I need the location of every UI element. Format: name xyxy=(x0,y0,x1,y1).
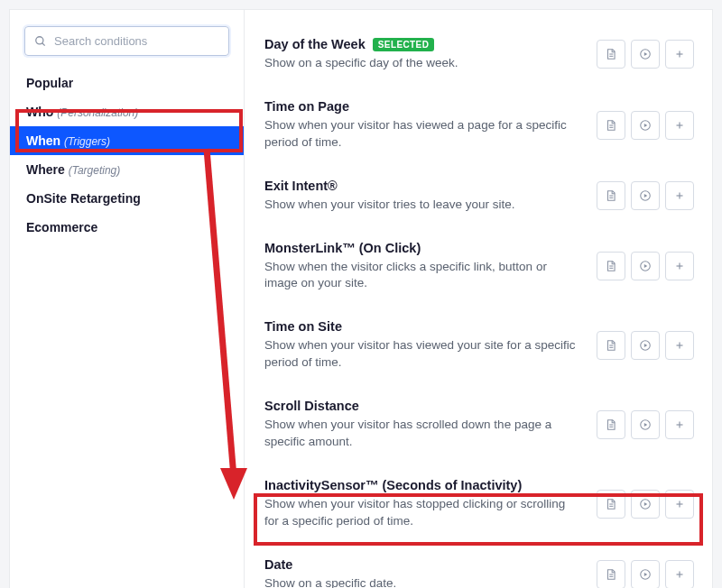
sidebar-item-label: Where xyxy=(26,162,65,177)
sidebar-item-label: When xyxy=(26,133,60,148)
svg-marker-17 xyxy=(644,194,648,198)
play-circle-icon xyxy=(639,568,652,581)
search-box[interactable] xyxy=(24,26,229,56)
condition-row: Scroll Distance Show when your visitor h… xyxy=(264,386,694,465)
svg-marker-11 xyxy=(644,124,648,127)
sidebar-item-sub: (Targeting) xyxy=(69,164,121,177)
condition-text: Day of the Week SELECTED Show on a speci… xyxy=(264,37,588,72)
condition-title: Exit Intent® xyxy=(264,179,579,193)
condition-title: Time on Page xyxy=(264,99,579,114)
condition-desc: Show when your visitor has viewed your s… xyxy=(264,337,579,372)
sidebar-item-ecommerce[interactable]: Ecommerce xyxy=(10,213,244,242)
condition-row: Time on Page Show when your visitor has … xyxy=(264,87,694,166)
title-text: MonsterLink™ (On Click) xyxy=(264,241,421,255)
condition-desc: Show when your visitor has scrolled down… xyxy=(264,417,579,451)
plus-icon xyxy=(673,260,686,272)
play-circle-icon xyxy=(639,119,652,132)
condition-row: Day of the Week SELECTED Show on a speci… xyxy=(264,26,694,87)
svg-marker-5 xyxy=(644,52,648,56)
sidebar: Popular Who (Personalization) When (Trig… xyxy=(10,10,245,588)
title-text: Scroll Distance xyxy=(264,399,359,413)
document-icon xyxy=(605,260,617,272)
condition-actions xyxy=(597,181,694,210)
condition-desc: Show when the visitor clicks a specific … xyxy=(264,259,579,293)
play-button[interactable] xyxy=(631,410,660,439)
plus-icon xyxy=(673,119,686,132)
search-wrap xyxy=(10,26,244,69)
title-text: Day of the Week xyxy=(264,37,366,51)
condition-row: Time on Site Show when your visitor has … xyxy=(264,307,694,386)
app-container: Popular Who (Personalization) When (Trig… xyxy=(9,9,713,588)
add-button[interactable] xyxy=(665,111,694,140)
play-circle-icon xyxy=(639,498,652,510)
condition-row: Date Show on a specific date. xyxy=(264,545,694,588)
document-icon xyxy=(605,48,617,60)
condition-row: Exit Intent® Show when your visitor trie… xyxy=(264,166,694,228)
play-button[interactable] xyxy=(631,331,660,360)
plus-icon xyxy=(673,498,686,510)
doc-button[interactable] xyxy=(597,560,625,588)
add-button[interactable] xyxy=(665,331,694,360)
condition-desc: Show when your visitor has stopped click… xyxy=(264,496,579,530)
svg-marker-47 xyxy=(644,573,648,576)
sidebar-item-where[interactable]: Where (Targeting) xyxy=(10,155,244,184)
play-circle-icon xyxy=(639,189,652,202)
condition-desc: Show when your visitor tries to leave yo… xyxy=(264,197,579,214)
search-input[interactable] xyxy=(54,34,219,48)
title-text: InactivitySensor™ (Seconds of Inactivity… xyxy=(264,478,522,492)
play-circle-icon xyxy=(639,260,652,272)
add-button[interactable] xyxy=(665,560,694,588)
title-text: Time on Page xyxy=(264,99,349,114)
sidebar-item-popular[interactable]: Popular xyxy=(10,69,244,97)
play-button[interactable] xyxy=(631,252,660,280)
add-button[interactable] xyxy=(665,410,694,439)
play-circle-icon xyxy=(639,418,652,431)
document-icon xyxy=(605,498,617,510)
play-button[interactable] xyxy=(631,40,660,69)
sidebar-item-onsite-retargeting[interactable]: OnSite Retargeting xyxy=(10,184,244,213)
condition-title: InactivitySensor™ (Seconds of Inactivity… xyxy=(264,478,579,492)
sidebar-item-label: OnSite Retargeting xyxy=(26,191,141,206)
doc-button[interactable] xyxy=(597,40,625,69)
condition-text: MonsterLink™ (On Click) Show when the vi… xyxy=(264,241,588,293)
condition-actions xyxy=(597,40,694,69)
plus-icon xyxy=(673,189,686,202)
condition-actions xyxy=(597,111,694,140)
sidebar-item-label: Who xyxy=(26,105,53,119)
sidebar-item-sub: (Triggers) xyxy=(64,135,110,148)
doc-button[interactable] xyxy=(597,331,625,360)
document-icon xyxy=(605,568,617,581)
plus-icon xyxy=(673,339,686,352)
add-button[interactable] xyxy=(665,40,694,69)
plus-icon xyxy=(673,418,686,431)
svg-marker-23 xyxy=(644,264,648,268)
add-button[interactable] xyxy=(665,252,694,280)
play-button[interactable] xyxy=(631,181,660,210)
doc-button[interactable] xyxy=(597,111,625,140)
doc-button[interactable] xyxy=(597,181,625,210)
play-button[interactable] xyxy=(631,560,660,588)
doc-button[interactable] xyxy=(597,410,625,439)
sidebar-item-who[interactable]: Who (Personalization) xyxy=(10,97,244,126)
play-circle-icon xyxy=(639,48,652,60)
condition-actions xyxy=(597,410,694,439)
condition-title: Day of the Week SELECTED xyxy=(264,37,579,51)
play-button[interactable] xyxy=(631,490,660,519)
condition-actions xyxy=(597,490,694,519)
condition-text: Exit Intent® Show when your visitor trie… xyxy=(264,179,588,214)
doc-button[interactable] xyxy=(597,252,625,280)
add-button[interactable] xyxy=(665,181,694,210)
add-button[interactable] xyxy=(665,490,694,519)
condition-title: Time on Site xyxy=(264,319,579,334)
doc-button[interactable] xyxy=(597,490,625,519)
condition-text: Time on Site Show when your visitor has … xyxy=(264,319,588,372)
play-button[interactable] xyxy=(631,111,660,140)
condition-title: Scroll Distance xyxy=(264,399,579,413)
title-text: Exit Intent® xyxy=(264,179,338,193)
svg-marker-29 xyxy=(644,344,648,347)
condition-text: InactivitySensor™ (Seconds of Inactivity… xyxy=(264,478,588,530)
search-icon xyxy=(34,35,47,48)
svg-marker-41 xyxy=(644,502,648,506)
sidebar-item-sub: (Personalization) xyxy=(57,106,138,119)
sidebar-item-when[interactable]: When (Triggers) xyxy=(10,126,244,155)
